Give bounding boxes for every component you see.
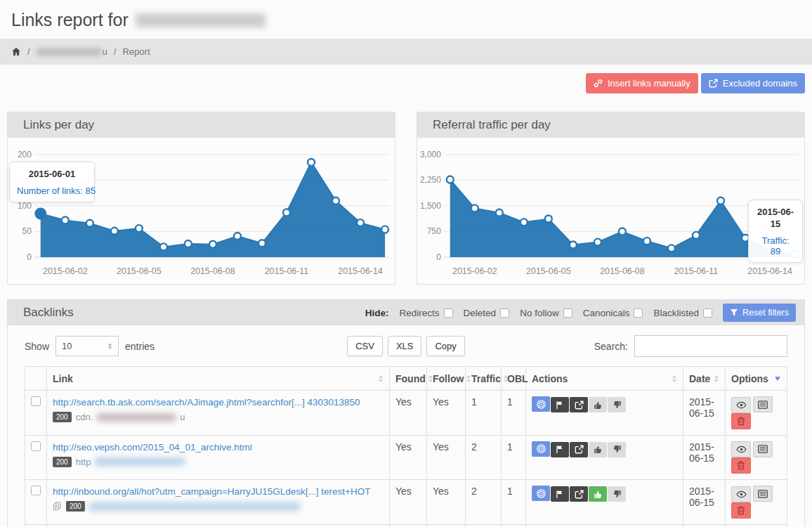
flag-icon [556, 490, 564, 499]
found-cell: Yes [390, 480, 427, 525]
thumb-down-button[interactable] [608, 397, 626, 412]
filter-checkbox[interactable] [444, 308, 453, 318]
column-header-select[interactable] [25, 367, 47, 391]
trash-icon [737, 461, 745, 470]
flag-button[interactable] [551, 486, 569, 502]
tooltip-date: 2015-06-01 [17, 168, 87, 180]
reset-filters-button[interactable]: Reset filters [723, 304, 796, 322]
thumb-up-icon [594, 490, 603, 499]
column-label: Options [731, 373, 768, 384]
link-icon [594, 79, 603, 88]
view-button[interactable] [731, 486, 751, 502]
insert-links-manually-button[interactable]: Insert links manually [586, 73, 698, 93]
svg-text:0: 0 [436, 252, 441, 262]
sort-both-icon [714, 375, 719, 383]
filter-redirects[interactable]: Redirects [400, 308, 453, 318]
details-icon [758, 401, 768, 409]
column-header-actions[interactable]: Actions [526, 367, 683, 391]
csv-button[interactable]: CSV [347, 336, 383, 356]
view-button[interactable] [731, 397, 751, 413]
thumb-up-icon [594, 401, 603, 410]
column-header-link[interactable]: Link [47, 367, 390, 391]
check-link-button[interactable] [532, 396, 550, 412]
status-code-badge: 200 [66, 501, 85, 512]
view-button[interactable] [731, 441, 751, 457]
open-link-button[interactable] [570, 486, 588, 502]
entries-select[interactable]: 10 [55, 336, 119, 356]
eye-icon [736, 401, 747, 409]
filter-checkbox[interactable] [703, 308, 712, 318]
thumb-up-button[interactable] [589, 397, 607, 412]
table-row: http://seo.vepsh.com/2015_04_01_archive.… [25, 435, 787, 480]
breadcrumb: / u / Report [0, 39, 812, 65]
status-code-badge: 200 [53, 412, 72, 422]
delete-button[interactable] [731, 457, 751, 474]
redacted-domain [136, 13, 266, 27]
filter-canonicals[interactable]: Canonicals [583, 308, 643, 318]
row-checkbox[interactable] [31, 396, 41, 406]
backlink-url[interactable]: http://seo.vepsh.com/2015_04_01_archive.… [53, 442, 252, 453]
links-per-day-panel: Links per day 0501001502002015-06-022015… [7, 112, 395, 285]
row-checkbox[interactable] [31, 441, 41, 451]
target-icon [536, 488, 546, 499]
thumb-down-button[interactable] [608, 486, 626, 502]
thumb-up-button[interactable] [589, 486, 607, 502]
excluded-domains-button[interactable]: Excluded domains [701, 73, 805, 93]
table-body: http://search.tb.ask.com/search/AJimage.… [25, 391, 787, 527]
external-link-icon [575, 490, 584, 499]
search-input[interactable] [634, 335, 787, 357]
xls-button[interactable]: XLS [388, 336, 422, 356]
check-link-button[interactable] [532, 441, 550, 457]
tooltip-value: Number of links: 85 [17, 186, 87, 196]
check-link-button[interactable] [532, 486, 550, 501]
thumb-down-button[interactable] [608, 442, 626, 457]
thumb-up-button[interactable] [589, 442, 607, 457]
column-label: Follow [433, 373, 464, 384]
obl-cell: 1 [502, 435, 526, 480]
external-link-icon [709, 79, 718, 88]
breadcrumb-current: Report [122, 46, 150, 57]
backlink-url[interactable]: http://search.tb.ask.com/search/AJimage.… [53, 397, 360, 408]
details-button[interactable] [753, 486, 773, 502]
breadcrumb-site[interactable]: u [37, 46, 107, 57]
table-head: LinkFoundFollowTrafficOBLActionsDateOpti… [25, 367, 787, 391]
backlinks-panel: Backlinks Hide: RedirectsDeletedNo follo… [7, 299, 805, 527]
filter-label: Redirects [400, 308, 440, 318]
column-header-traffic[interactable]: Traffic [466, 367, 502, 391]
filter-checkbox[interactable] [563, 308, 572, 318]
details-button[interactable] [753, 396, 773, 412]
filter-blacklisted[interactable]: Blacklisted [653, 308, 712, 318]
details-button[interactable] [753, 441, 773, 457]
delete-button[interactable] [731, 413, 751, 429]
select-arrows-icon [107, 342, 112, 350]
flag-button[interactable] [551, 442, 569, 457]
redacted-source-domain [95, 457, 185, 466]
filter-checkbox[interactable] [500, 308, 509, 318]
column-header-date[interactable]: Date [683, 367, 726, 391]
flag-button[interactable] [551, 397, 569, 412]
column-header-found[interactable]: Found [390, 367, 427, 391]
svg-text:2015-06-08: 2015-06-08 [190, 266, 235, 276]
open-link-button[interactable] [570, 397, 588, 412]
svg-text:2015-06-02: 2015-06-02 [452, 266, 497, 276]
column-label: Traffic [471, 373, 501, 384]
filter-checkbox[interactable] [634, 308, 643, 318]
row-checkbox[interactable] [31, 486, 41, 495]
details-icon [758, 490, 768, 498]
open-link-button[interactable] [570, 442, 588, 457]
follow-cell: Yes [427, 435, 466, 480]
home-icon[interactable] [11, 47, 21, 56]
column-header-follow[interactable]: Follow [427, 367, 466, 391]
filter-deleted[interactable]: Deleted [464, 308, 510, 318]
column-header-options[interactable]: Options [726, 367, 787, 391]
links-per-day-chart: 0501001502002015-06-022015-06-052015-06-… [8, 138, 395, 284]
table-row: http://inbound.org/all/hot?utm_campaign=… [25, 480, 787, 525]
chart-tooltip: 2015-06-01 Number of links: 85 [9, 162, 95, 202]
delete-button[interactable] [731, 502, 751, 519]
backlink-url[interactable]: http://inbound.org/all/hot?utm_campaign=… [53, 486, 370, 497]
column-label: Actions [532, 373, 568, 384]
filter-no-follow[interactable]: No follow [520, 308, 572, 318]
trash-icon [737, 506, 745, 515]
table-row: http://search.tb.ask.com/search/AJimage.… [25, 391, 787, 436]
copy-button[interactable]: Copy [426, 336, 464, 356]
